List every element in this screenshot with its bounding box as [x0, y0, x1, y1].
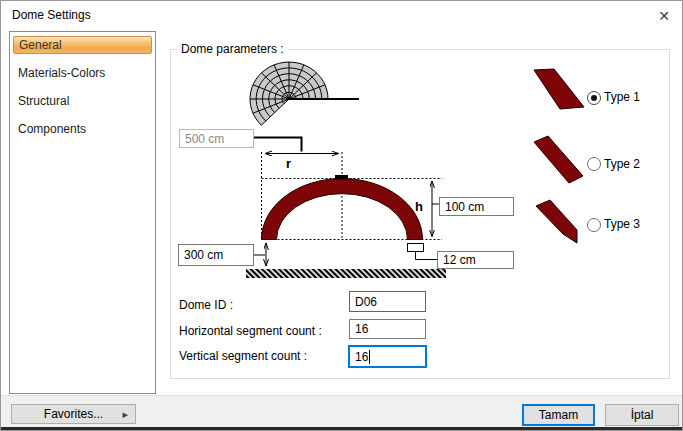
vertical-segment-input[interactable] — [348, 345, 427, 368]
background-strip — [1, 427, 683, 431]
text-cursor — [369, 350, 370, 364]
horizontal-segment-label: Horizontal segment count : — [179, 324, 322, 338]
height-input[interactable] — [439, 197, 514, 216]
horizontal-segment-input[interactable] — [349, 319, 426, 339]
radio-type-3-label[interactable]: Type 3 — [604, 218, 640, 231]
favorites-button-label: Favorites... — [44, 407, 103, 421]
radio-type-1[interactable] — [587, 91, 601, 105]
group-title: Dome parameters : — [177, 42, 288, 56]
radius-input[interactable] — [179, 129, 254, 148]
dome-id-input[interactable] — [349, 291, 426, 312]
close-icon[interactable]: ✕ — [649, 4, 679, 28]
sidebar-item-components[interactable]: Components — [13, 120, 152, 138]
favorites-expand-icon: ▸ — [122, 408, 128, 421]
vertical-segment-label: Vertical segment count : — [179, 349, 307, 363]
ok-button[interactable]: Tamam — [522, 404, 595, 426]
favorites-button[interactable]: Favorites... ▸ — [11, 404, 136, 424]
ok-button-label: Tamam — [539, 408, 578, 422]
cancel-button[interactable]: İptal — [605, 404, 679, 426]
radio-type-1-label[interactable]: Type 1 — [604, 91, 640, 104]
cancel-button-label: İptal — [631, 408, 654, 422]
footer-bar: Favorites... ▸ Tamam İptal — [1, 395, 683, 428]
sidebar: General Materials-Colors Structural Comp… — [9, 31, 156, 394]
dome-id-label: Dome ID : — [179, 298, 233, 312]
sidebar-item-materials-colors[interactable]: Materials-Colors — [13, 64, 152, 82]
base-height-input[interactable] — [178, 244, 254, 266]
radio-type-2[interactable] — [587, 157, 601, 171]
radio-type-3[interactable] — [587, 218, 601, 232]
window-title: Dome Settings — [12, 8, 91, 22]
radio-type-2-label[interactable]: Type 2 — [604, 158, 640, 171]
sidebar-item-structural[interactable]: Structural — [13, 92, 152, 110]
r-label: r — [286, 156, 291, 171]
dome-settings-dialog: Dome Settings ✕ General Materials-Colors… — [0, 0, 683, 431]
h-label: h — [415, 199, 423, 214]
thickness-input[interactable] — [437, 251, 514, 269]
title-bar: Dome Settings ✕ — [1, 1, 682, 31]
sidebar-item-general[interactable]: General — [13, 36, 152, 54]
